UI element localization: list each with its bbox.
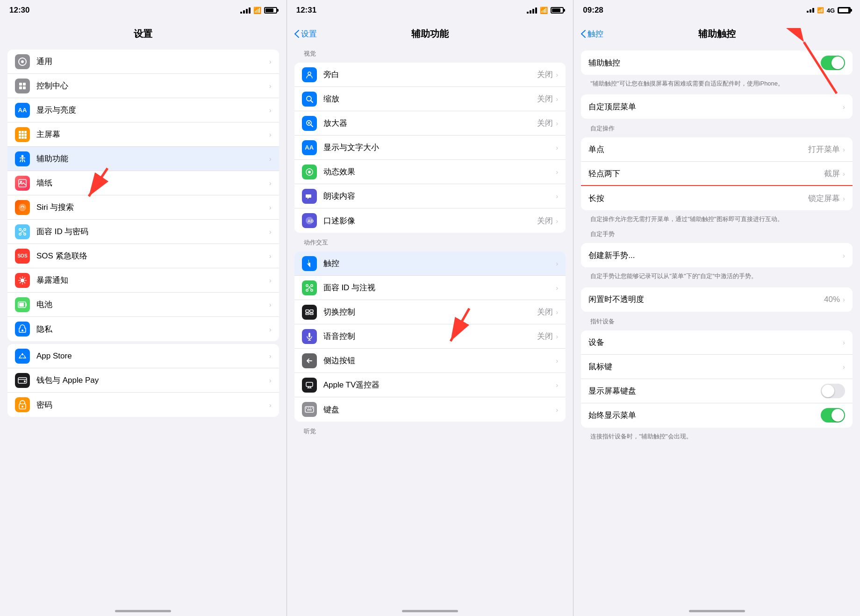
settings-item-appletv[interactable]: Apple TV遥控器 › — [294, 373, 566, 397]
settings-item-audiodesc[interactable]: AD 口述影像 关闭 › — [294, 208, 566, 233]
voicectrl2-icon — [302, 329, 317, 344]
settings-item-accessibility[interactable]: 辅助功能 › — [7, 147, 279, 171]
settings-item-alwaysshow[interactable]: 始终显示菜单 — [581, 403, 853, 428]
svg-rect-9 — [19, 134, 21, 136]
svg-rect-46 — [306, 313, 309, 315]
settings-item-faceid2[interactable]: 面容 ID 与注视 › — [294, 276, 566, 300]
settings-item-sos[interactable]: SOS SOS 紧急联络 › — [7, 244, 279, 268]
settings-group-pointer: 设备 › 鼠标键 › 显示屏幕键盘 始终显示菜单 — [581, 330, 853, 428]
settings-item-newgesture[interactable]: 创建新手势... › — [581, 243, 853, 267]
voiceover-value: 关闭 — [537, 69, 553, 80]
settings-item-battery[interactable]: 电池 › — [7, 293, 279, 317]
settings-item-touch[interactable]: 触控 › — [294, 251, 566, 276]
svg-point-35 — [308, 122, 310, 124]
battery-label: 电池 — [36, 299, 269, 310]
settings-item-mousekeys[interactable]: 鼠标键 › — [581, 355, 853, 379]
settings-item-siri[interactable]: Siri 与搜索 › — [7, 195, 279, 220]
accessibility-list-container: 视觉 旁白 关闭 › 缩放 关闭 › — [287, 47, 573, 600]
settings-item-sidebutton[interactable]: 侧边按钮 › — [294, 349, 566, 373]
settings-item-control[interactable]: 控制中心 › — [7, 74, 279, 98]
assistivetouch-list-container: 辅助触控 "辅助触控"可让您在触摸屏幕有困难或需要自适应配件时，使用iPhone… — [573, 47, 860, 600]
sos-chevron: › — [269, 252, 272, 260]
singletap-chevron: › — [843, 145, 845, 153]
showkeyboard-label: 显示屏幕键盘 — [588, 386, 821, 396]
svg-point-21 — [22, 230, 23, 231]
settings-group-vision: 旁白 关闭 › 缩放 关闭 › 放大器 关闭 › — [294, 63, 566, 233]
settings-group-toggle: 辅助触控 — [581, 50, 853, 75]
settings-item-exposure[interactable]: 暴露通知 › — [7, 268, 279, 293]
doubletap-value: 截屏 — [824, 168, 840, 179]
settings-item-longpress[interactable]: 长按 锁定屏幕 › — [581, 186, 853, 210]
control-icon — [15, 79, 30, 93]
settings-item-voicectrl2[interactable]: 语音控制 关闭 › — [294, 324, 566, 349]
nav-back-2[interactable]: 设置 — [294, 29, 317, 39]
svg-rect-5 — [23, 86, 26, 89]
switchcontrol-value: 关闭 — [537, 307, 553, 317]
settings-item-displaytext[interactable]: AA 显示与文字大小 › — [294, 136, 566, 160]
settings-item-magnifier[interactable]: 放大器 关闭 › — [294, 111, 566, 136]
status-icons-2: 📶 — [527, 7, 564, 14]
faceid2-label: 面容 ID 与注视 — [323, 282, 556, 293]
displaytext-label: 显示与文字大小 — [323, 142, 556, 153]
home-indicator-1 — [0, 600, 287, 616]
settings-item-motion[interactable]: 动态效果 › — [294, 160, 566, 184]
battery-icon-3 — [838, 7, 851, 14]
settings-item-appstore[interactable]: App Store › — [7, 344, 279, 368]
settings-item-homescreen[interactable]: 主屏幕 › — [7, 122, 279, 147]
settings-item-keyboard[interactable]: 键盘 › — [294, 397, 566, 422]
zoom-value: 关闭 — [537, 93, 553, 104]
longpress-label: 长按 — [588, 193, 808, 204]
control-label: 控制中心 — [36, 80, 269, 91]
settings-item-doubletap[interactable]: 轻点两下 截屏 › — [581, 162, 853, 186]
assistivetouch-toggle[interactable] — [821, 56, 845, 70]
nav-back-3[interactable]: 触控 — [581, 29, 603, 39]
settings-item-zoom[interactable]: 缩放 关闭 › — [294, 87, 566, 111]
svg-rect-41 — [306, 289, 308, 291]
settings-item-assistivetouch[interactable]: 辅助触控 — [581, 50, 853, 75]
settings-item-wallet[interactable]: 钱包与 Apple Pay › — [7, 368, 279, 393]
settings-item-privacy[interactable]: 隐私 › — [7, 317, 279, 341]
settings-item-device[interactable]: 设备 › — [581, 330, 853, 355]
siri-icon — [15, 200, 30, 215]
keyboard-chevron: › — [556, 406, 558, 414]
display-label: 显示与亮度 — [36, 105, 269, 115]
faceid-label: 面容 ID 与密码 — [36, 226, 269, 237]
exposure-chevron: › — [269, 276, 272, 284]
settings-item-idleopacity[interactable]: 闲置时不透明度 40% › — [581, 287, 853, 312]
panel-assistivetouch: 09:28 📶 4G 触控 辅助触控 辅助触控 — [573, 0, 860, 616]
section-header-customactions: 自定操作 — [581, 122, 853, 135]
settings-item-password[interactable]: 密码 › — [7, 393, 279, 417]
signal-icon-3 — [807, 8, 814, 13]
settings-item-faceid[interactable]: 面容 ID 与密码 › — [7, 220, 279, 244]
privacy-chevron: › — [269, 325, 272, 333]
settings-item-spoken[interactable]: 朗读内容 › — [294, 184, 566, 208]
settings-item-showkeyboard[interactable]: 显示屏幕键盘 — [581, 379, 853, 403]
privacy-label: 隐私 — [36, 324, 269, 335]
settings-item-switchcontrol[interactable]: 切换控制 关闭 › — [294, 300, 566, 324]
appletv-icon — [302, 378, 317, 393]
idleopacity-label: 闲置时不透明度 — [588, 294, 824, 305]
keyboard-label: 键盘 — [323, 404, 556, 415]
idleopacity-value: 40% — [824, 295, 840, 304]
alwaysshow-toggle-knob — [831, 409, 844, 422]
displaytext-chevron: › — [556, 143, 558, 151]
toplevelmenu-label: 自定顶层菜单 — [588, 101, 843, 112]
status-time-2: 12:31 — [296, 6, 316, 15]
svg-point-32 — [308, 72, 311, 75]
settings-item-display[interactable]: AA 显示与亮度 › — [7, 98, 279, 122]
svg-text:AD: AD — [308, 219, 314, 223]
settings-item-voiceover[interactable]: 旁白 关闭 › — [294, 63, 566, 87]
wifi-icon-2: 📶 — [540, 7, 548, 14]
settings-item-wallpaper[interactable]: 墙纸 › — [7, 171, 279, 195]
settings-item-toplevelmenu[interactable]: 自定顶层菜单 › — [581, 94, 853, 119]
settings-item-general[interactable]: 通用 › — [7, 50, 279, 74]
alwaysshow-toggle[interactable] — [821, 408, 845, 423]
status-bar-3: 09:28 📶 4G — [573, 0, 860, 21]
touch-chevron: › — [556, 259, 558, 267]
settings-item-singletap[interactable]: 单点 打开菜单 › — [581, 137, 853, 162]
wallet-icon — [15, 373, 30, 388]
zoom-icon — [302, 92, 317, 107]
pointer-desc: 连接指针设备时，"辅助触控"会出现。 — [581, 430, 853, 444]
showkeyboard-toggle[interactable] — [821, 384, 845, 398]
voiceover-label: 旁白 — [323, 69, 538, 80]
